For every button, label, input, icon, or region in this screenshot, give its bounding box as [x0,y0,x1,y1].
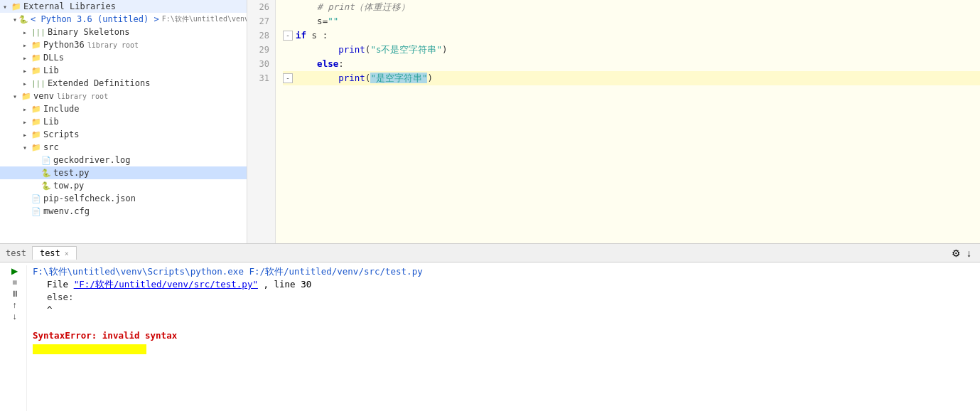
arrow-icon [3,3,10,10]
line-num-27: 27 [253,14,269,28]
item-label: Binary Skeletons [48,27,130,37]
sidebar-item-mwenv-cfg[interactable]: 📄 mwenv.cfg [0,205,247,218]
item-label: mwenv.cfg [43,206,90,216]
arrow-icon [33,156,40,164]
output-line-1: F:\软件\untitled\venv\Scripts\python.exe F… [33,265,974,278]
output-path: F:\软件\untitled\venv\Scripts\python.exe F… [33,266,423,277]
item-label: venv [33,91,54,101]
fold-marker-28[interactable]: - [283,31,293,41]
close-icon[interactable]: × [65,250,69,258]
item-label: Include [43,104,80,114]
file-icon: 📄 [31,207,41,216]
sidebar-item-scripts[interactable]: 📁 Scripts [0,128,247,141]
sidebar-item-python36-root[interactable]: 📁 Python36 library root [0,38,247,51]
scroll-up-button[interactable]: ↑ [6,299,23,311]
sidebar-item-lib[interactable]: 📁 Lib [0,64,247,77]
output-line-highlight [33,342,974,355]
run-panel: test test × ⚙ ↓ ▶ ■ ⏸ ↑ ↓ F:\软件\untitled… [0,243,980,414]
arrow-icon [23,54,30,61]
scroll-down-btn2[interactable]: ↓ [6,311,23,322]
code-line-30: else:​ [283,57,980,71]
folder-icon: 📁 [31,143,41,152]
sidebar-item-venv[interactable]: 📁 venv library root [0,90,247,102]
code-line-31: - print("是空字符串") [283,71,980,85]
code-text-28: if s : [296,28,328,43]
file-icon: 📄 [31,194,41,203]
code-text-27: s="" [296,14,338,28]
sidebar-item-dlls[interactable]: 📁 DLLs [0,51,247,64]
item-label: External Libraries [23,1,116,11]
item-label: test.py [53,168,90,178]
sidebar-item-tow-py[interactable]: 🐍 tow.py [0,179,247,192]
line-num-29: 29 [253,43,269,57]
file-link[interactable]: "F:/软件/untitled/venv/src/test.py" [74,279,258,290]
run-output: F:\软件\untitled\venv\Scripts\python.exe F… [33,265,974,411]
arrow-icon [13,16,17,23]
output-line-4: ^ [33,304,974,317]
python-icon: 🐍 [18,15,28,24]
tab-label: test [40,248,60,258]
folder-icon: 📁 [31,130,41,139]
arrow-icon [23,41,30,48]
output-caret: ^ [47,304,53,315]
run-gutter: ▶ ■ ⏸ ↑ ↓ [6,265,27,411]
output-else: else: [47,292,74,302]
lib-icon: ||| [31,79,45,88]
arrow-icon [23,28,30,36]
arrow-icon [33,182,40,189]
output-line-error: SyntaxError: invalid syntax [33,329,974,342]
python-icon: 🐍 [41,169,51,178]
item-label: src [43,142,59,152]
sidebar-item-external-libraries[interactable]: 📁 External Libraries [0,0,247,13]
sidebar-item-test-py[interactable]: 🐍 test.py [0,166,247,179]
line-ref: , line 30 [263,279,311,290]
item-label: Lib [43,117,59,127]
sidebar-item-include[interactable]: 📁 Include [0,102,247,115]
arrow-icon [33,169,40,176]
sidebar-item-lib2[interactable]: 📁 Lib [0,115,247,128]
sidebar-item-binary-skeletons[interactable]: ||| Binary Skeletons [0,26,247,38]
run-tab[interactable]: test × [32,246,77,260]
output-line-3: else: [33,291,974,304]
code-line-27: s="" [283,14,980,28]
run-button[interactable]: ▶ [6,265,23,277]
sidebar-item-geckodriver[interactable]: 📄 geckodriver.log [0,154,247,166]
stop-button[interactable]: ■ [6,277,23,288]
sidebar: 📁 External Libraries 🐍 < Python 3.6 (unt… [0,0,247,243]
folder-icon: 📁 [31,53,41,63]
folder-icon: 📁 [11,2,21,11]
output-line-2: File "F:/软件/untitled/venv/src/test.py" ,… [33,278,974,291]
code-lines: # print（体重迁移） s="" - if s : print("s不是空字… [276,0,980,243]
root-label: library root [57,92,108,100]
item-label: < Python 3.6 (untitled) > [31,14,159,24]
code-text-30: else:​ [296,57,344,71]
arrow-icon [23,105,30,112]
arrow-icon [23,131,30,138]
code-area: 26 27 28 29 30 31 # print（体重迁移） s="" [247,0,980,243]
sidebar-item-src[interactable]: 📁 src [0,141,247,154]
pause-button[interactable]: ⏸ [6,288,23,299]
run-content: ▶ ■ ⏸ ↑ ↓ F:\软件\untitled\venv\Scripts\py… [0,262,980,414]
fold-marker-31[interactable]: - [283,73,293,83]
folder-icon: 📁 [31,66,41,75]
run-header: test test × ⚙ ↓ [0,244,980,262]
sidebar-item-extended-defs[interactable]: ||| Extended Definitions [0,77,247,90]
sidebar-item-pip-selfcheck[interactable]: 📄 pip-selfcheck.json [0,192,247,205]
line-num-30: 30 [253,57,269,71]
path-label: F:\软件\untitled\venv\Sc [162,14,247,24]
code-editor[interactable]: 26 27 28 29 30 31 # print（体重迁移） s="" [247,0,980,243]
code-line-28: - if s : [283,28,980,43]
sidebar-item-python36[interactable]: 🐍 < Python 3.6 (untitled) > F:\软件\untitl… [0,13,247,26]
item-label: pip-selfcheck.json [43,193,136,203]
item-label: geckodriver.log [53,155,130,165]
highlight-bar [33,344,146,354]
python-icon: 🐍 [41,181,51,191]
folder-icon: 📁 [31,41,41,50]
item-label: Lib [43,65,59,75]
code-text-29: print("s不是空字符串") [296,43,448,57]
arrow-icon [23,195,30,202]
item-label: DLLs [43,53,64,63]
settings-button[interactable]: ⚙ [949,246,964,260]
scroll-down-button[interactable]: ↓ [964,246,974,260]
run-controls: ⚙ ↓ [949,246,974,260]
